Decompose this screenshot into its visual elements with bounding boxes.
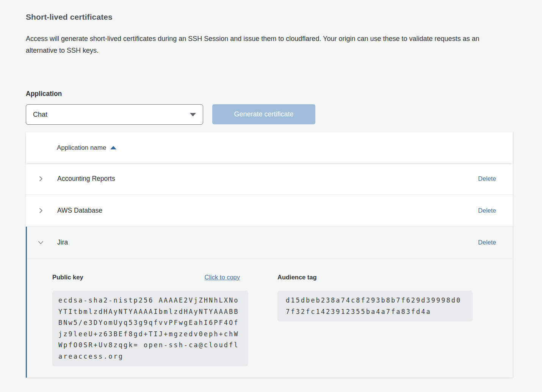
audience-tag-value[interactable]: d15dbeb238a74c8f293b8b7f629d39998d07f32f… xyxy=(277,291,473,321)
public-key-value[interactable]: ecdsa-sha2-nistp256 AAAAE2VjZHNhLXNoYTIt… xyxy=(52,291,248,366)
application-select[interactable]: Chat xyxy=(26,104,203,125)
sort-ascending-icon[interactable] xyxy=(110,146,116,149)
table-row-aws-database[interactable]: AWS Database Delete xyxy=(26,195,513,227)
delete-link[interactable]: Delete xyxy=(478,239,496,246)
audience-tag-label: Audience tag xyxy=(277,274,317,281)
chevron-right-icon[interactable] xyxy=(38,176,44,182)
application-row-name: AWS Database xyxy=(57,207,102,215)
delete-link[interactable]: Delete xyxy=(478,207,496,214)
chevron-right-icon[interactable] xyxy=(38,207,44,214)
application-row-name: Accounting Reports xyxy=(57,175,115,183)
application-label: Application xyxy=(26,90,513,98)
table-row-jira[interactable]: Jira Delete xyxy=(27,227,513,259)
select-caret-down-icon xyxy=(190,113,196,116)
column-header-application-name[interactable]: Application name xyxy=(57,144,106,152)
table-row-accounting-reports[interactable]: Accounting Reports Delete xyxy=(26,163,513,195)
audience-tag-label-row: Audience tag xyxy=(277,274,473,281)
generate-certificate-button[interactable]: Generate certificate xyxy=(212,104,315,124)
short-lived-certificates-page: Short-lived certificates Access will gen… xyxy=(0,0,542,385)
application-select-value: Chat xyxy=(33,111,190,119)
application-row-name: Jira xyxy=(57,238,68,246)
audience-tag-column: Audience tag d15dbeb238a74c8f293b8b7f629… xyxy=(277,274,473,366)
delete-link[interactable]: Delete xyxy=(478,175,496,182)
public-key-label-row: Public key Click to copy xyxy=(52,274,248,281)
table-header-row: Application name xyxy=(26,132,513,163)
certificate-detail-panel: Public key Click to copy ecdsa-sha2-nist… xyxy=(27,259,513,378)
expanded-row-container: Jira Delete Public key Click to copy ecd… xyxy=(26,227,513,378)
page-title: Short-lived certificates xyxy=(26,13,513,22)
chevron-down-icon[interactable] xyxy=(38,239,44,246)
page-description: Access will generate short-lived certifi… xyxy=(26,33,509,56)
public-key-label: Public key xyxy=(52,274,83,281)
certificate-controls: Chat Generate certificate xyxy=(26,104,513,125)
click-to-copy-link[interactable]: Click to copy xyxy=(204,274,240,281)
certificates-table: Application name Accounting Reports Dele… xyxy=(26,132,513,378)
public-key-column: Public key Click to copy ecdsa-sha2-nist… xyxy=(52,274,248,366)
